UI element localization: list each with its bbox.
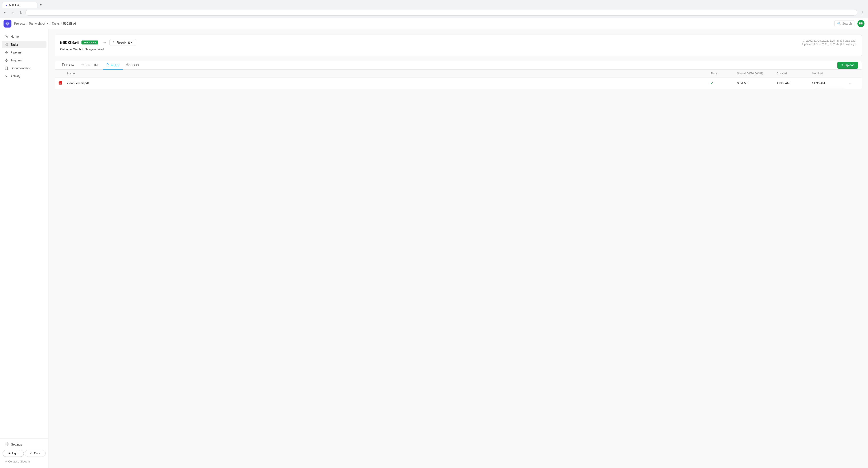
sidebar-bottom: Settings ☀ Light ☾ Dark « Collapse Sideb…	[0, 438, 48, 466]
task-meta: Created: 11 Oct 2023, 1:08 PM (34 days a…	[802, 39, 856, 46]
tab-data-label: DATA	[66, 63, 74, 67]
task-outcome: Outcome: Webbot: Navigate failed	[60, 48, 136, 51]
browser-tab-title: 5603f8a6	[9, 3, 20, 7]
svg-point-11	[6, 52, 7, 53]
browser-chrome: ● 5603f8a6 + ← → ↻ ⋮	[0, 0, 868, 18]
sidebar-item-triggers-label: Triggers	[10, 59, 22, 62]
col-flags: Flags	[711, 72, 737, 75]
logo-icon	[5, 21, 10, 26]
svg-rect-7	[5, 43, 6, 44]
tab-data[interactable]: DATA	[58, 61, 78, 69]
outcome-value: Webbot: Navigate failed	[73, 48, 104, 51]
sidebar-item-home[interactable]: Home	[2, 33, 46, 40]
browser-tab[interactable]: ● 5603f8a6	[2, 2, 37, 8]
browser-toolbar: ← → ↻ ⋮	[2, 8, 866, 18]
forward-button[interactable]: →	[10, 10, 16, 15]
sidebar-item-pipeline-label: Pipeline	[10, 51, 22, 54]
app-header: Projects / Test webbot ▾ / Tasks / 5603f…	[0, 18, 868, 29]
main-content: 5603f8a6 SUCCESS ··· ↻ Resubmit ▾	[49, 29, 868, 468]
files-table: Name Flags Size (0.04/20.00MB) Created M…	[55, 69, 862, 89]
sidebar-item-pipeline[interactable]: Pipeline	[2, 49, 46, 56]
pdf-icon: PDF	[58, 81, 62, 85]
activity-icon	[4, 74, 8, 78]
svg-marker-12	[5, 59, 8, 62]
browser-menu-button[interactable]: ⋮	[859, 9, 866, 16]
sidebar-item-documentation-label: Documentation	[10, 66, 31, 70]
sidebar-item-tasks-label: Tasks	[10, 43, 19, 46]
file-icon: PDF	[58, 81, 67, 86]
table-header: Name Flags Size (0.04/20.00MB) Created M…	[55, 69, 862, 77]
search-label: Search	[842, 22, 852, 25]
breadcrumb-dropdown[interactable]: ▾	[47, 22, 48, 25]
file-name: clean_email.pdf	[67, 82, 711, 85]
breadcrumb: Projects / Test webbot ▾ / Tasks / 5603f…	[14, 22, 76, 25]
tab-section: DATA PIPELINE FILES	[55, 61, 862, 89]
flag-check-icon: ✓	[711, 81, 713, 85]
breadcrumb-tasks[interactable]: Tasks	[52, 22, 60, 25]
tab-jobs[interactable]: JOBS	[123, 61, 143, 69]
svg-rect-8	[7, 43, 8, 44]
svg-point-0	[5, 21, 9, 25]
row-menu-button[interactable]: ⋯	[847, 80, 854, 86]
search-icon: 🔍	[837, 22, 841, 25]
resubmit-dropdown-icon: ▾	[131, 41, 132, 44]
row-menu-cell: ⋯	[847, 80, 858, 86]
file-created: 11:29 AM	[777, 82, 812, 85]
moon-icon: ☾	[30, 452, 33, 455]
col-name: Name	[67, 72, 711, 75]
col-size: Size (0.04/20.00MB)	[737, 72, 777, 75]
app-body: Home Tasks Pipeline	[0, 29, 868, 468]
browser-tab-bar: ● 5603f8a6 +	[2, 1, 866, 8]
triggers-icon	[4, 58, 8, 62]
app-logo	[3, 20, 11, 28]
outcome-label: Outcome:	[60, 48, 72, 51]
back-button[interactable]: ←	[2, 10, 8, 15]
theme-dark-button[interactable]: ☾ Dark	[25, 450, 46, 457]
task-created: Created: 11 Oct 2023, 1:08 PM (34 days a…	[802, 39, 856, 42]
sidebar-item-activity-label: Activity	[10, 74, 20, 78]
upload-button[interactable]: ⇧ Upload	[837, 62, 858, 69]
sidebar-settings[interactable]: Settings	[3, 440, 45, 448]
pipeline-tab-icon	[81, 63, 84, 67]
collapse-sidebar-button[interactable]: « Collapse Sidebar	[3, 459, 45, 465]
avatar[interactable]: BB	[858, 20, 865, 27]
theme-switcher: ☀ Light ☾ Dark	[3, 450, 45, 457]
breadcrumb-test-webbot[interactable]: Test webbot	[29, 22, 45, 25]
task-more-button[interactable]: ···	[101, 39, 108, 46]
svg-point-13	[7, 443, 7, 444]
svg-point-17	[127, 64, 128, 65]
sidebar: Home Tasks Pipeline	[0, 29, 49, 468]
sidebar-item-documentation[interactable]: Documentation	[2, 64, 46, 72]
tab-jobs-label: JOBS	[131, 63, 139, 67]
sidebar-nav: Home Tasks Pipeline	[0, 31, 48, 438]
resubmit-button[interactable]: ↻ Resubmit ▾	[110, 39, 136, 46]
task-id: 5603f8a6	[60, 40, 79, 45]
tab-pipeline[interactable]: PIPELINE	[78, 61, 103, 69]
sidebar-item-tasks[interactable]: Tasks	[2, 41, 46, 48]
sidebar-item-triggers[interactable]: Triggers	[2, 57, 46, 64]
theme-light-button[interactable]: ☀ Light	[3, 450, 24, 457]
col-created: Created	[777, 72, 812, 75]
file-flag: ✓	[711, 81, 737, 85]
collapse-label: Collapse Sidebar	[8, 460, 30, 463]
app-container: Projects / Test webbot ▾ / Tasks / 5603f…	[0, 18, 868, 468]
search-button[interactable]: 🔍 Search	[834, 20, 855, 27]
theme-light-label: Light	[12, 452, 18, 455]
svg-point-14	[82, 64, 83, 65]
sidebar-item-activity[interactable]: Activity	[2, 72, 46, 80]
tasks-icon	[4, 42, 8, 46]
tab-files-label: FILES	[111, 63, 119, 67]
new-tab-button[interactable]: +	[37, 1, 44, 8]
breadcrumb-projects[interactable]: Projects	[14, 22, 25, 25]
jobs-tab-icon	[126, 63, 129, 67]
tab-upload-area: ⇧ Upload	[837, 62, 858, 69]
table-row: PDF clean_email.pdf ✓ 0.04 MB 11:29 AM 1…	[55, 77, 862, 89]
tab-header-bar: DATA PIPELINE FILES	[55, 61, 862, 69]
breadcrumb-current: 5603f8a6	[63, 22, 76, 25]
address-bar[interactable]	[25, 10, 858, 15]
data-tab-icon	[62, 63, 65, 67]
tab-files[interactable]: FILES	[103, 61, 123, 69]
reload-button[interactable]: ↻	[18, 10, 24, 15]
resubmit-label: Resubmit	[117, 41, 130, 44]
sidebar-item-home-label: Home	[10, 35, 19, 38]
